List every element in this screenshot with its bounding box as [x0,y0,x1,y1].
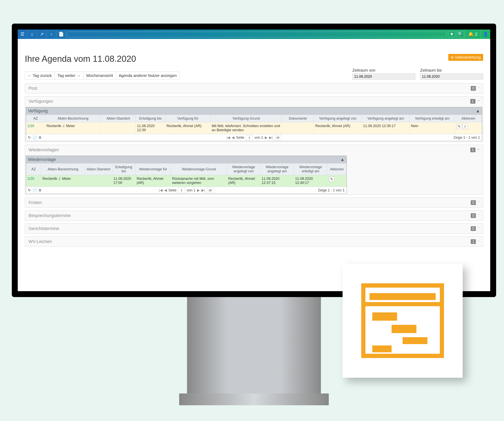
external-link-icon[interactable]: ↗ [37,30,47,39]
home-icon[interactable]: ⌂ [27,30,37,39]
date-from-input[interactable] [352,73,415,80]
date-from-field: Zeitraum von [352,68,415,80]
page-size-input[interactable] [207,188,214,193]
toolbar-row: ← Tag zurück Tag weiter → Wochenansicht … [25,68,483,80]
col-bez[interactable]: Akten-Bezeichnung [45,115,101,122]
video-guide-button[interactable]: Videoanleitung [448,54,483,61]
panel-verfuegungen-header[interactable]: Verfügungen 1 ^ [25,96,483,106]
date-to-field: Zeitraum bis [420,68,483,80]
back-icon[interactable]: ‹ [47,30,56,39]
export-excel-icon[interactable]: 📄 [32,188,37,192]
col-am[interactable]: Verfügung angelegt am [362,115,410,122]
col-stand[interactable]: Akten-Standort [101,115,136,122]
edit-icon[interactable]: ✎ [329,177,334,182]
wv-grid-title: Wiedervorlage ▲ [26,156,347,163]
col-erl[interactable]: Erledigung bis [136,115,165,122]
svg-rect-4 [392,325,416,333]
day-back-button[interactable]: ← Tag zurück [25,72,55,79]
col-von[interactable]: Verfügung angelegt von [314,115,362,122]
notification-count: 2 [475,32,477,37]
next-page-icon[interactable]: ▶ [197,188,200,192]
chevron-up-icon: ^ [478,99,479,103]
svg-rect-1 [370,293,436,300]
screen: ☰ ⌂ ↗ ‹ 📄 ▼ 🔍 🔔 2 👤 [18,30,490,291]
export-pdf-icon[interactable]: 🗎 [38,188,42,192]
other-user-agenda-button[interactable]: Agenda anderer Nutzer anzeigen [116,72,180,79]
date-to-input[interactable] [420,73,483,80]
collapse-icon[interactable]: ▲ [476,108,480,113]
edit-icon[interactable]: ✎ [456,124,462,129]
monitor-stand-neck [187,297,321,401]
row-actions: ✎✓ [455,122,482,134]
date-to-label: Zeitraum bis [420,68,483,73]
monitor-frame: ☰ ⌂ ↗ ‹ 📄 ▼ 🔍 🔔 2 👤 [12,24,496,297]
panel-gerichtstermine[interactable]: Gerichtstermine0ˇ [25,224,483,234]
refresh-icon[interactable]: ↻ [28,188,31,192]
col-erlam[interactable]: Verfügung erledigt am [410,115,455,122]
verf-grid-footer: ↻ 📄 🗎 |◀ ◀ Seite von 1 ▶ ▶| [26,134,482,141]
day-forward-button[interactable]: Tag weiter → [55,72,84,79]
overlay-card [342,264,463,378]
panel-post[interactable]: Post 0 ˇ [25,83,483,94]
col-fuer[interactable]: Verfügung für [165,115,210,122]
first-page-icon[interactable]: |◀ [227,135,230,140]
panel-wv-leichen[interactable]: WV-Leichen1ˇ [25,237,483,247]
chevron-down-icon: ˇ [478,214,479,218]
day-nav-group: ← Tag zurück Tag weiter → Wochenansicht … [25,72,180,80]
col-dok[interactable]: Dokumente [282,115,314,122]
last-page-icon[interactable]: ▶| [269,135,273,140]
panel-wiedervorlagen: Wiedervorlagen 1 ^ Wiedervorlage ▲ AZ Ak [25,145,483,195]
svg-rect-5 [403,337,427,344]
page-input[interactable] [246,135,253,140]
page-size-input[interactable] [274,135,281,140]
filter-button[interactable]: ▼ [448,31,456,37]
col-grund[interactable]: Verfügung-Grund [210,115,282,122]
verf-grid: AZ Akten-Bezeichnung Akten-Standort Erle… [26,115,482,134]
last-page-icon[interactable]: ▶| [201,188,205,192]
panel-verfuegungen: Verfügungen 1 ^ Verfügung ▲ AZ Akten-Bez [25,96,483,142]
work-area: Ihre Agenda vom 11.08.2020 Videoanleitun… [18,48,490,255]
prev-page-icon[interactable]: ◀ [232,135,234,140]
notifications[interactable]: 🔔 2 [465,32,480,37]
collapse-icon[interactable]: ▲ [340,157,345,162]
table-row[interactable]: 1/20 Recberlik ./. Meier 11.08.2020 12:3… [26,122,482,134]
prev-page-icon[interactable]: ◀ [164,188,167,192]
table-row[interactable]: 1/20 Recberlik ./. Meier 11.08.2020 17:0… [26,175,347,187]
agenda-gantt-icon [361,283,444,358]
global-search-input[interactable] [67,32,447,37]
chevron-down-icon: ˇ [478,240,479,244]
chevron-up-icon: ^ [478,148,479,152]
check-icon[interactable]: ✓ [463,124,468,129]
export-pdf-icon[interactable]: 🗎 [38,136,42,140]
panel-fristen[interactable]: Fristen0ˇ [25,197,483,208]
col-az[interactable]: AZ [26,115,45,122]
wv-grid: AZ Akten-Bezeichnung Akten-Standort Erle… [26,163,347,187]
svg-rect-6 [372,345,392,352]
first-page-icon[interactable]: |◀ [159,188,163,192]
date-from-label: Zeitraum von [352,68,415,73]
chevron-down-icon: ˇ [478,227,479,231]
export-excel-icon[interactable]: 📄 [32,135,37,140]
next-page-icon[interactable]: ▶ [265,135,268,140]
col-akt[interactable]: Aktionen [455,115,482,122]
page-input[interactable] [178,188,185,193]
monitor-stand-base [179,393,329,405]
week-view-button[interactable]: Wochenansicht [84,72,116,79]
refresh-icon[interactable]: ↻ [28,135,31,140]
page-title: Ihre Agenda vom 11.08.2020 [25,54,483,64]
chevron-down-icon: ˇ [478,201,479,205]
bell-icon: 🔔 [468,32,474,37]
panel-wiedervorlagen-header[interactable]: Wiedervorlagen 1 ^ [25,145,483,155]
verf-grid-title: Verfügung ▲ [26,107,482,115]
search-button[interactable]: 🔍 [457,31,464,37]
menu-icon[interactable]: ☰ [18,30,27,39]
chevron-down-icon: ˇ [478,86,479,90]
user-icon[interactable]: 👤 [481,30,490,39]
panel-besprechungstermine[interactable]: Besprechungstermine0ˇ [25,211,483,221]
document-icon[interactable]: 📄 [56,30,66,39]
svg-rect-3 [372,312,397,321]
wv-grid-footer: ↻ 📄 🗎 |◀ ◀ Seite von 1 ▶ ▶| [26,187,347,194]
top-bar: ☰ ⌂ ↗ ‹ 📄 ▼ 🔍 🔔 2 👤 [18,30,490,39]
